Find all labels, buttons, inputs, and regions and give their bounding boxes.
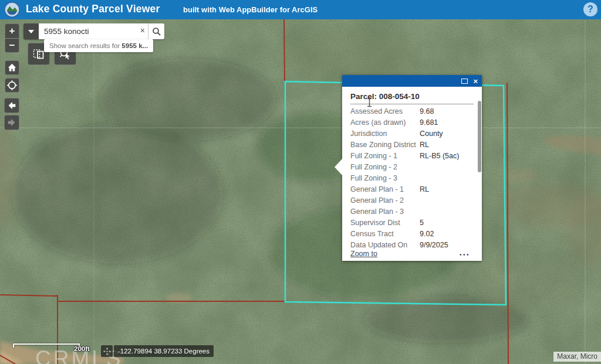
app-header: Lake County Parcel Viewer built with Web… [0,0,601,19]
field-label: General Plan - 1 [350,184,420,195]
popup-field-row: Full Zoning - 2 [350,162,474,173]
popup-field-row: Acres (as drawn) 9.681 [350,117,474,128]
popup-field-row: Assessed Acres 9.68 [350,106,474,117]
popup-field-row: Full Zoning - 1 RL-B5 (5ac) [350,151,474,162]
chevron-down-icon [28,30,34,33]
popup-titlebar[interactable]: × [342,75,482,87]
suggestion-term: 5955 k... [121,42,148,49]
locate-crosshair-icon [6,80,18,91]
field-label: Jurisdiction [350,128,420,140]
clear-search-icon[interactable]: × [140,26,145,35]
help-button[interactable]: ? [583,2,597,16]
field-label: Full Zoning - 1 [350,151,420,162]
popup-field-row: General Plan - 1 RL [350,184,474,195]
search-icon [152,27,161,36]
popup-anchor-pointer [335,159,342,175]
suggestion-prefix: Show search results for [49,42,121,49]
popup-field-row: Census Tract 9.02 [350,229,474,240]
popup-field-row: General Plan - 3 [350,206,474,217]
parcel-popup: × Parcel: 008-054-10 Assessed Acres 9.68… [342,75,482,261]
next-extent-button[interactable] [4,115,19,130]
previous-extent-button[interactable] [4,98,19,113]
page-title: Lake County Parcel Viewer [26,3,160,15]
scale-label: 200ft [74,345,90,352]
popup-field-list: Assessed Acres 9.68 Acres (as drawn) 9.6… [350,106,474,251]
map-attribution: Maxar, Micro [553,352,601,362]
field-value: 5 [420,217,424,229]
field-value: 9.02 [420,229,434,240]
app-window: Lake County Parcel Viewer built with Web… [0,0,601,364]
field-label: General Plan - 2 [350,195,420,206]
layers-compare-icon [32,47,45,60]
popup-field-row: Supervisor Dist 5 [350,217,474,229]
popup-field-row: Base Zoning District RL [350,140,474,151]
coordinates-readout: -122.79894 38.97233 Degrees [114,345,214,357]
popup-field-row: Full Zoning - 3 [350,173,474,184]
search-suggestion-item[interactable]: Show search results for 5955 k... [44,39,153,52]
coordinate-widget: -122.79894 38.97233 Degrees [101,345,214,357]
search-field-wrap: × [39,23,148,39]
search-bar: × [23,23,164,39]
popup-field-row: General Plan - 2 [350,195,474,206]
zoom-to-link[interactable]: Zoom to [350,250,377,258]
field-value: RL [420,184,429,195]
field-value: 9.681 [420,117,438,128]
maximize-icon[interactable] [461,79,468,84]
crosshair-dots-icon [103,348,111,355]
field-label: Full Zoning - 3 [350,173,420,184]
home-extent-button[interactable] [5,60,19,75]
field-value: County [420,128,443,140]
field-value: RL [420,140,429,151]
field-value: 9/9/2025 [420,240,448,251]
lake-county-seal-logo [4,2,20,18]
scale-bar [13,343,80,348]
field-label: Assessed Acres [350,106,420,117]
zoom-out-button[interactable]: − [5,39,19,53]
field-label: Acres (as drawn) [350,117,420,128]
arrow-right-icon [6,117,17,128]
map-canvas[interactable] [0,0,601,364]
field-label: Full Zoning - 2 [350,162,420,173]
popup-scrollbar[interactable] [478,101,481,172]
popup-field-row: Jurisdiction County [350,128,474,140]
popup-body: Parcel: 008-054-10 Assessed Acres 9.68 A… [342,87,482,261]
get-coordinates-button[interactable] [101,345,113,357]
field-value: 9.68 [420,106,434,117]
header-subtitle: built with Web AppBuilder for ArcGIS [183,5,318,14]
text-cursor-icon [366,98,373,107]
popup-more-actions-button[interactable]: ••• [460,251,470,258]
close-icon[interactable]: × [473,78,478,84]
zoom-in-button[interactable]: + [5,24,19,38]
search-source-dropdown-button[interactable] [23,23,39,39]
zoom-control: + − [5,23,19,53]
field-value: RL-B5 (5ac) [420,151,459,162]
home-icon [7,63,17,73]
search-input[interactable] [39,23,148,39]
field-label: Base Zoning District [350,140,420,151]
arrow-left-icon [6,100,17,111]
my-location-button[interactable] [5,78,19,93]
field-label: Census Tract [350,229,420,240]
search-button[interactable] [148,23,164,39]
field-label: Supervisor Dist [350,217,420,229]
field-label: General Plan - 3 [350,206,420,217]
